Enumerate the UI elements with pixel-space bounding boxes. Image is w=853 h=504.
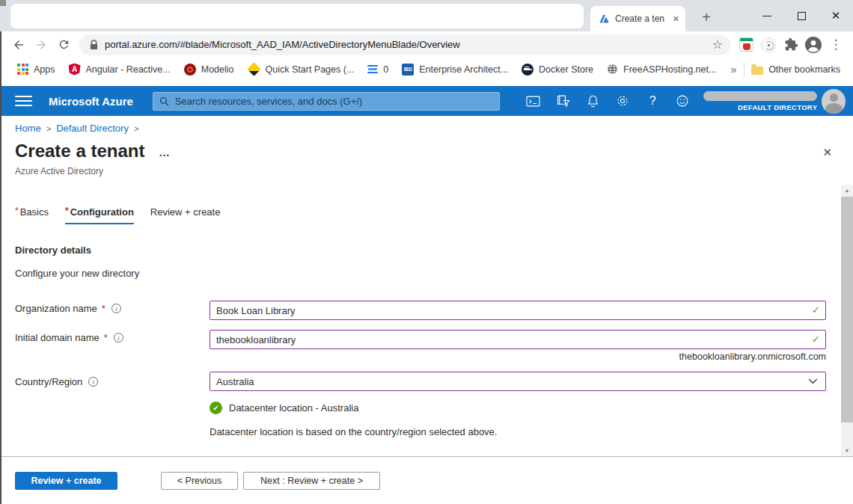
account-avatar[interactable]	[822, 89, 846, 114]
breadcrumb-home[interactable]: Home	[15, 123, 41, 134]
required-asterisk: *	[65, 206, 69, 218]
bookmark-angular[interactable]: A Angular - Reactive...	[62, 61, 177, 79]
organization-name-label: Organization name * i	[15, 303, 121, 314]
url-text[interactable]: portal.azure.com/#blade/Microsoft_AAD_IA…	[105, 39, 712, 50]
previous-button[interactable]: < Previous	[161, 472, 238, 490]
commbank-icon	[247, 62, 260, 76]
other-bookmarks-label: Other bookmarks	[768, 64, 840, 75]
window-corner	[0, 0, 6, 6]
feedback-button[interactable]	[667, 86, 697, 116]
page-title: Create a tenant	[15, 141, 144, 162]
initial-domain-name-label: Initial domain name * i	[15, 332, 123, 343]
bookmark-quick-start[interactable]: Quick Start Pages (...	[241, 61, 361, 79]
profile-button[interactable]	[802, 34, 825, 56]
tab-basics[interactable]: * Basics	[15, 206, 49, 224]
datacenter-status-text: Datacenter location - Australia	[229, 402, 358, 414]
tab-label: Basics	[20, 206, 49, 219]
notifications-button[interactable]	[578, 86, 608, 116]
window-controls: ✕	[750, 0, 853, 31]
bookmark-label: FreeASPHosting.net...	[623, 64, 716, 75]
extensions-button[interactable]	[780, 34, 802, 56]
organization-name-input[interactable]	[210, 301, 826, 320]
tab-configuration[interactable]: * Configuration	[65, 206, 134, 224]
bookmark-docker-store[interactable]: Docker Store	[515, 61, 600, 79]
directory-label: DEFAULT DIRECTORY	[738, 103, 817, 111]
info-icon[interactable]: i	[114, 333, 123, 342]
cloud-shell-icon	[526, 95, 540, 108]
settings-button[interactable]	[608, 86, 638, 116]
scroll-up-arrow[interactable]: ▲	[841, 185, 853, 196]
maximize-icon	[798, 12, 806, 20]
azure-search-box[interactable]	[153, 92, 500, 111]
info-icon[interactable]: i	[88, 377, 98, 387]
tab-title: Create a ten	[615, 13, 667, 24]
modelio-icon	[184, 64, 196, 76]
breadcrumb-separator: >	[46, 124, 51, 133]
browser-menu-button[interactable]: ⋮	[825, 34, 847, 56]
search-input[interactable]	[175, 96, 493, 107]
directory-filter-button[interactable]	[548, 86, 578, 116]
section-description: Configure your new directory	[15, 268, 139, 279]
required-asterisk: *	[15, 206, 19, 219]
minimize-button[interactable]	[750, 0, 784, 31]
docker-icon	[522, 64, 533, 76]
portal-menu-button[interactable]	[9, 86, 38, 116]
ibd-icon: IBD	[402, 64, 414, 76]
azure-brand[interactable]: Microsoft Azure	[49, 95, 133, 108]
help-button[interactable]: ?	[638, 86, 667, 116]
reload-button[interactable]	[52, 34, 75, 56]
new-tab-button[interactable]: +	[696, 7, 717, 28]
apps-label: Apps	[34, 64, 55, 75]
bookmark-zero[interactable]: 0	[361, 61, 395, 79]
bookmark-enterprise-architect[interactable]: IBD Enterprise Architect...	[395, 61, 515, 79]
back-button[interactable]	[7, 34, 30, 56]
other-bookmarks-button[interactable]: Other bookmarks	[745, 61, 847, 79]
bookmark-freeasphosting[interactable]: FreeASPHosting.net...	[600, 61, 723, 79]
bookmark-label: Enterprise Architect...	[419, 64, 508, 75]
account-info[interactable]: DEFAULT DIRECTORY	[703, 91, 817, 111]
bookmark-star-icon[interactable]: ☆	[712, 37, 723, 52]
url-bar[interactable]: portal.azure.com/#blade/Microsoft_AAD_IA…	[79, 34, 730, 55]
label-text: Country/Region	[15, 376, 82, 387]
extension-swirl-button[interactable]	[757, 34, 780, 56]
scrollbar-thumb[interactable]	[841, 197, 853, 422]
footer-divider	[0, 456, 853, 457]
country-region-label: Country/Region i	[15, 376, 98, 387]
tab-review-create[interactable]: Review + create	[150, 206, 221, 224]
breadcrumb: Home > Default Directory >	[15, 123, 138, 134]
active-tab[interactable]: Create a ten ✕	[590, 6, 685, 31]
country-region-select[interactable]: Australia	[210, 372, 826, 391]
close-window-icon: ✕	[831, 9, 841, 22]
page-top-gap	[0, 81, 853, 86]
apps-shortcut[interactable]: Apps	[10, 61, 62, 79]
maximize-button[interactable]	[784, 0, 819, 31]
bookmark-modelio[interactable]: Modelio	[177, 61, 241, 79]
initial-domain-name-input[interactable]	[210, 330, 826, 349]
scroll-down-arrow[interactable]: ▼	[841, 445, 853, 456]
next-button[interactable]: Next : Review + create >	[243, 472, 380, 490]
apps-grid-icon	[17, 64, 28, 75]
tab-label: Review + create	[150, 206, 221, 219]
shield-extension-icon	[739, 37, 753, 52]
vertical-scrollbar[interactable]: ▲ ▼	[841, 185, 853, 456]
cloud-shell-button[interactable]	[518, 86, 548, 116]
more-options-icon[interactable]: …	[159, 146, 171, 159]
tab-label: Configuration	[70, 206, 134, 218]
chevron-down-icon	[808, 378, 818, 384]
minimize-icon	[762, 16, 771, 16]
info-icon[interactable]: i	[111, 304, 121, 313]
review-create-button[interactable]: Review + create	[15, 472, 117, 490]
lock-icon	[90, 40, 98, 50]
browser-toolbar: portal.azure.com/#blade/Microsoft_AAD_IA…	[0, 31, 853, 58]
close-blade-icon[interactable]: ✕	[822, 146, 832, 159]
tab-close-icon[interactable]: ✕	[673, 14, 679, 24]
forward-button[interactable]	[30, 34, 52, 56]
bookmarks-overflow-button[interactable]: »	[723, 64, 744, 76]
valid-check-icon: ✓	[812, 304, 820, 316]
extension-shield-button[interactable]	[735, 34, 757, 56]
datacenter-status-row: ✓ Datacenter location - Australia	[210, 402, 358, 414]
angular-icon: A	[69, 64, 81, 76]
close-window-button[interactable]: ✕	[819, 0, 853, 31]
breadcrumb-default-directory[interactable]: Default Directory	[56, 123, 129, 134]
stack-icon	[367, 65, 378, 74]
